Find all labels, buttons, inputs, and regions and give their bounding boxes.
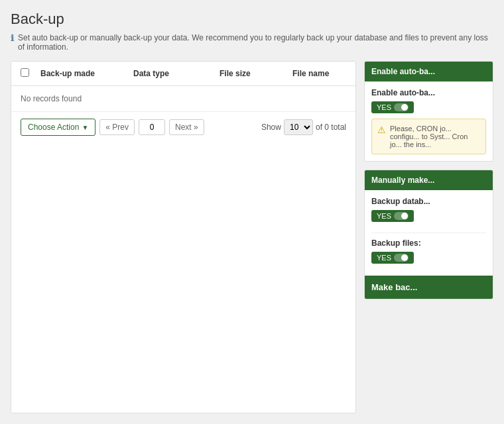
page-wrapper: Back-up ℹ Set auto back-up or manually b… (0, 0, 504, 424)
show-label-text: Show (261, 123, 281, 132)
caret-icon: ▼ (82, 124, 88, 131)
col-header-filesize: File size (220, 69, 292, 78)
table-footer: Choose Action ▼ « Prev Next » Show 10 25… (11, 112, 355, 142)
next-button[interactable]: Next » (169, 119, 204, 135)
info-icon: ℹ (11, 33, 14, 43)
backup-files-label: Backup files: (371, 238, 486, 248)
backup-db-toggle-label: YES (377, 212, 391, 220)
backup-db-toggle[interactable]: YES (371, 210, 414, 222)
main-panel: Back-up made Data type File size File na… (11, 61, 356, 413)
backup-files-toggle[interactable]: YES (371, 252, 414, 264)
col-header-datatype: Data type (133, 69, 220, 78)
auto-backup-header: Enable auto-ba... (365, 62, 493, 81)
col-header-filename: File name (292, 69, 329, 78)
backup-files-toggle-label: YES (377, 254, 391, 262)
sidebar-panel: Enable auto-ba... Enable auto-ba... YES … (364, 61, 493, 413)
backup-db-label: Backup datab... (371, 197, 486, 206)
auto-backup-toggle[interactable]: YES (371, 101, 414, 113)
total-label: of 0 total (316, 123, 346, 132)
show-controls: Show 10 25 50 of 0 total (261, 119, 346, 135)
page-title: Back-up (11, 11, 493, 28)
manual-backup-card: Manually make... Backup datab... YES Bac… (364, 170, 493, 299)
divider (371, 233, 486, 233)
manual-backup-body: Backup datab... YES Backup files: YES (365, 190, 493, 276)
choose-action-label: Choose Action (28, 123, 79, 132)
select-all-checkbox[interactable] (21, 68, 29, 77)
warning-box: ⚠ Please, CRON jo... configu... to Syst.… (371, 119, 486, 154)
manual-backup-header: Manually make... (365, 170, 493, 190)
warning-text: Please, CRON jo... configu... to Syst...… (390, 125, 480, 148)
warning-icon: ⚠ (377, 125, 386, 148)
col-header-backup: Back-up made (40, 69, 133, 78)
table-header: Back-up made Data type File size File na… (11, 62, 355, 86)
prev-button[interactable]: « Prev (99, 119, 135, 135)
page-number-input[interactable] (139, 119, 165, 135)
db-toggle-indicator (394, 212, 409, 220)
page-description: ℹ Set auto back-up or manually back-up y… (11, 33, 493, 52)
choose-action-button[interactable]: Choose Action ▼ (21, 119, 95, 136)
content-layout: Back-up made Data type File size File na… (11, 61, 493, 413)
show-per-page-select[interactable]: 10 25 50 (284, 119, 313, 135)
make-backup-button[interactable]: Make bac... (365, 276, 493, 299)
auto-backup-toggle-label: YES (377, 103, 391, 111)
auto-backup-label: Enable auto-ba... (371, 88, 486, 97)
auto-backup-card: Enable auto-ba... Enable auto-ba... YES … (364, 61, 493, 162)
no-records-message: No records found (11, 86, 355, 112)
auto-backup-body: Enable auto-ba... YES ⚠ Please, CRON jo.… (365, 81, 493, 161)
toggle-indicator (394, 103, 409, 111)
description-text: Set auto back-up or manually back-up you… (18, 33, 493, 52)
files-toggle-indicator (394, 254, 409, 262)
